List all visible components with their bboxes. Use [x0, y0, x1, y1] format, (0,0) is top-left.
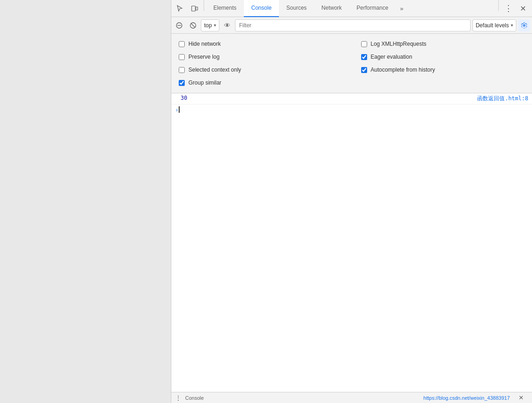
hide-network-row: Hide network [179, 37, 343, 50]
hide-network-label[interactable]: Hide network [188, 41, 221, 47]
log-xml-label[interactable]: Log XMLHttpRequests [371, 41, 427, 47]
console-entry: 30 函数返回值.html:8 [171, 93, 532, 104]
clear-console-btn[interactable] [173, 19, 185, 31]
bottom-url: https://blog.csdn.net/weixin_43883917 [207, 395, 510, 401]
group-similar-label[interactable]: Group similar [188, 79, 221, 86]
close-devtools-btn[interactable]: ✕ [515, 0, 530, 17]
svg-rect-1 [196, 7, 198, 10]
cursor-icon-btn[interactable] [172, 0, 187, 17]
bottom-menu-icon[interactable]: ⋮ [175, 394, 181, 402]
preserve-log-checkbox[interactable] [179, 54, 185, 60]
selected-context-label[interactable]: Selected context only [188, 67, 241, 73]
filter-input[interactable] [235, 19, 471, 31]
prompt-icon: › [171, 106, 179, 113]
tab-network[interactable]: Network [314, 0, 349, 17]
eager-eval-row: Eager evaluation [361, 50, 525, 63]
settings-panel: Hide network Preserve log Selected conte… [171, 34, 532, 93]
autocomplete-checkbox[interactable] [361, 67, 367, 73]
device-toggle-btn[interactable] [187, 0, 202, 17]
settings-grid: Hide network Preserve log Selected conte… [179, 37, 525, 89]
entry-source[interactable]: 函数返回值.html:8 [477, 95, 528, 103]
console-toolbar: top ▾ 👁 Default levels ▾ [171, 17, 532, 34]
eager-eval-label[interactable]: Eager evaluation [371, 54, 412, 60]
group-similar-row: Group similar [179, 76, 343, 89]
levels-dropdown[interactable]: Default levels ▾ [472, 19, 516, 31]
preserve-log-label[interactable]: Preserve log [188, 54, 219, 60]
tab-performance[interactable]: Performance [349, 0, 396, 17]
more-options-btn[interactable]: ⋮ [501, 0, 515, 17]
bottom-console-label: Console [185, 395, 204, 401]
tab-elements[interactable]: Elements [206, 0, 244, 17]
console-input-row[interactable]: › [171, 104, 532, 115]
entry-value: 30 [181, 95, 187, 101]
autocomplete-row: Autocomplete from history [361, 63, 525, 76]
tab-sources[interactable]: Sources [279, 0, 314, 17]
bottom-bar: ⋮ Console https://blog.csdn.net/weixin_4… [171, 392, 532, 403]
selected-context-checkbox[interactable] [179, 67, 185, 73]
log-xml-checkbox[interactable] [361, 41, 367, 47]
log-xml-row: Log XMLHttpRequests [361, 37, 525, 50]
eager-eval-checkbox[interactable] [361, 54, 367, 60]
more-tabs-btn[interactable]: » [396, 0, 408, 17]
tab-console[interactable]: Console [244, 0, 279, 17]
block-icon-btn[interactable] [187, 19, 199, 31]
console-cursor [179, 106, 180, 113]
context-selector[interactable]: top ▾ [201, 19, 219, 31]
bottom-close-btn[interactable]: ✕ [514, 393, 528, 403]
console-output[interactable]: 30 函数返回值.html:8 › [171, 93, 532, 392]
selected-context-row: Selected context only [179, 63, 343, 76]
group-similar-checkbox[interactable] [179, 80, 185, 86]
preserve-log-row: Preserve log [179, 50, 343, 63]
svg-line-5 [191, 24, 195, 27]
svg-rect-0 [192, 6, 195, 11]
eye-icon-btn[interactable]: 👁 [221, 19, 233, 31]
autocomplete-label[interactable]: Autocomplete from history [371, 67, 435, 73]
hide-network-checkbox[interactable] [179, 41, 185, 47]
settings-gear-btn[interactable] [518, 19, 530, 31]
tab-bar: Elements Console Sources Network Perform… [171, 0, 532, 17]
